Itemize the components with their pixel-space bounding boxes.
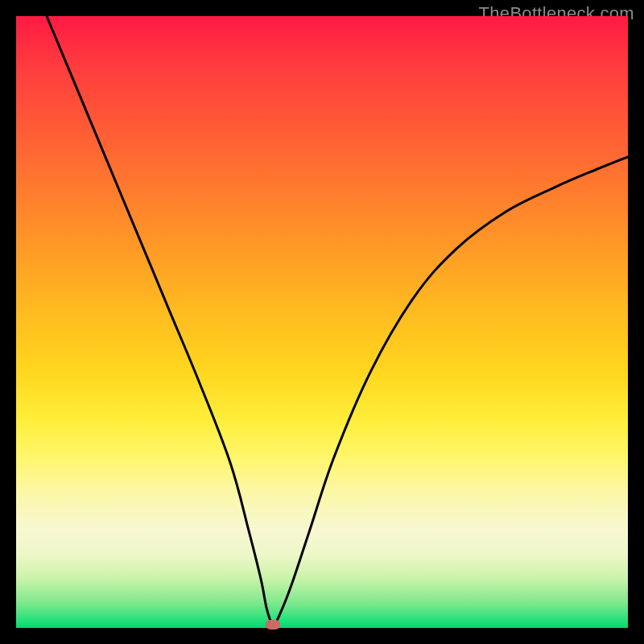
chart-frame: TheBottleneck.com bbox=[0, 0, 644, 644]
bottleneck-curve bbox=[16, 16, 628, 628]
minimum-marker bbox=[266, 620, 280, 630]
plot-area bbox=[16, 16, 628, 628]
